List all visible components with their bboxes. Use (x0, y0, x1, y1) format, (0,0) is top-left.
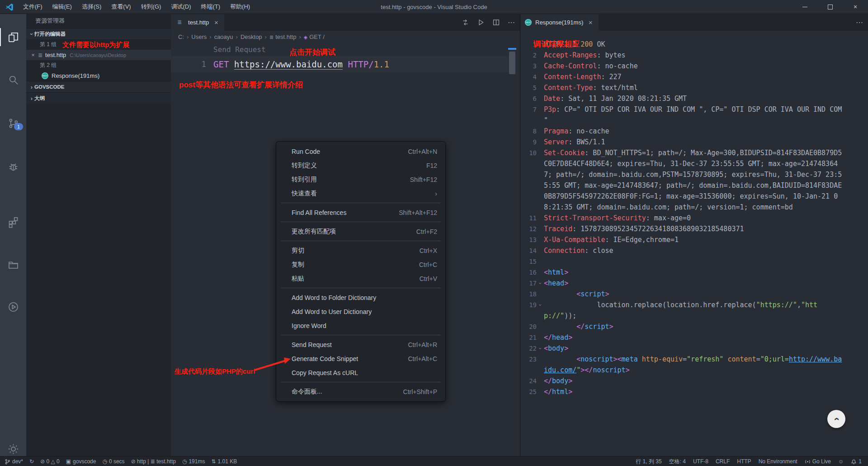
send-request-codelens[interactable]: Send Request (213, 45, 266, 54)
status-item-response-size[interactable]: ⇅1.01 KB (211, 458, 237, 465)
menu-item-copy-request-as-curl[interactable]: Copy Request As cURL (276, 366, 445, 380)
fold-chevron-icon[interactable]: › (537, 278, 544, 289)
line-number: 22 (520, 343, 537, 354)
menu-separator (281, 382, 441, 382)
menubar-item[interactable]: 帮助(H) (225, 0, 255, 14)
status-item-encoding[interactable]: UTF-8 (693, 458, 708, 465)
close-icon[interactable]: × (212, 19, 220, 26)
explorer-icon[interactable] (0, 26, 26, 48)
menubar-item[interactable]: 选择(S) (77, 0, 106, 14)
close-icon[interactable]: × (30, 52, 36, 58)
breadcrumb-separator: › (187, 33, 189, 40)
menu-item-find-all-references[interactable]: Find All ReferencesShift+Alt+F12 (276, 205, 445, 219)
breadcrumb-item[interactable]: caoayu (214, 33, 233, 40)
menu-item-peek[interactable]: 快速查看› (276, 186, 445, 200)
response-line: 9Server: BWS/1.1 (520, 137, 868, 147)
menu-item-send-request[interactable]: Send RequestCtrl+Alt+R (276, 338, 445, 352)
run-code-icon[interactable] (475, 16, 486, 28)
status-item-notifications[interactable]: 1 (851, 458, 862, 465)
open-editors-section[interactable]: › 打开的编辑器 (26, 28, 171, 39)
status-item-duration[interactable]: ◷0 secs (102, 458, 124, 465)
debug-icon[interactable] (0, 156, 26, 177)
breadcrumb-item[interactable]: ◈GET / (304, 33, 325, 40)
code-text: Set-Cookie: BD_NOT_HTTPS=1; path=/; Max-… (544, 147, 842, 158)
menu-item-label: Add Word to Folder Dictionary (292, 294, 437, 301)
menu-item-ignore-word[interactable]: Ignore Word (276, 319, 445, 333)
status-item-response-time[interactable]: ◷191ms (182, 458, 205, 465)
menubar-item[interactable]: 文件(F) (18, 0, 47, 14)
close-button[interactable]: × (843, 0, 868, 14)
menu-item-add-word-user-dictionary[interactable]: Add Word to User Dictionary (276, 304, 445, 319)
code-text: Pragma: no-cache (544, 126, 609, 137)
fold-gutter (537, 332, 544, 343)
code-runner-icon[interactable] (0, 296, 26, 318)
close-icon[interactable]: × (587, 19, 594, 26)
menu-item-paste[interactable]: 粘贴Ctrl+V (276, 271, 445, 285)
menu-separator (281, 222, 441, 222)
status-item-govscode[interactable]: ▣govscode (66, 458, 96, 465)
source-control-icon[interactable]: 1 (0, 112, 26, 134)
search-icon[interactable] (0, 69, 26, 90)
status-item-active-file[interactable]: ⊘ http | ≣ test.http (131, 458, 176, 465)
menu-item-goto-definition[interactable]: 转到定义F12 (276, 158, 445, 172)
menu-item-run-code[interactable]: Run CodeCtrl+Alt+N (276, 144, 445, 158)
fold-chevron-icon[interactable]: › (537, 300, 544, 310)
open-editor-test-http[interactable]: × ≣ test.http C:\Users\caoayu\Desktop (26, 50, 171, 60)
vscode-window: 文件(F)编辑(E)选择(S)查看(V)转到(G)调试(D)终端(T)帮助(H)… (0, 0, 868, 466)
symbol-icon: ◈ (304, 34, 307, 40)
status-item-sync[interactable]: ↻ (29, 458, 34, 465)
more-actions-icon[interactable]: ⋯ (505, 16, 517, 28)
menu-item-change-all-occurrences[interactable]: 更改所有匹配项Ctrl+F2 (276, 224, 445, 238)
tab-test-http[interactable]: ≣ test.http × (171, 14, 224, 31)
more-actions-icon[interactable]: ⋯ (854, 16, 865, 28)
breadcrumb-item[interactable]: Users (191, 33, 207, 40)
open-changes-icon[interactable] (459, 16, 471, 28)
menu-item-copy[interactable]: 复制Ctrl+C (276, 257, 445, 271)
menu-bar: 文件(F)编辑(E)选择(S)查看(V)转到(G)调试(D)终端(T)帮助(H) (18, 0, 255, 14)
menubar-item[interactable]: 编辑(E) (47, 0, 77, 14)
menubar-item[interactable]: 查看(V) (106, 0, 136, 14)
folder-section-govscode[interactable]: › GOVSCODE (26, 81, 171, 92)
status-item-language-mode[interactable]: HTTP (737, 458, 751, 465)
code-token: </ (585, 366, 593, 374)
fold-chevron-icon[interactable]: › (537, 343, 544, 354)
breadcrumb-item[interactable]: Desktop (241, 33, 262, 40)
split-editor-icon[interactable] (490, 16, 502, 28)
menu-item-cut[interactable]: 剪切Ctrl+X (276, 243, 445, 257)
status-item-cursor-position[interactable]: 行 1, 列 35 (636, 458, 661, 466)
response-line: 21</head> (520, 332, 868, 343)
code-token: 0B879D5F545972262E08F0F:FG=1; max-age=31… (544, 192, 838, 200)
project-manager-icon[interactable] (0, 253, 26, 275)
breadcrumb-item[interactable]: C: (178, 33, 184, 40)
scrollbar-thumb[interactable] (509, 52, 515, 74)
menubar-item[interactable]: 转到(G) (136, 0, 166, 14)
open-editor-response[interactable]: REST Response(191ms) (26, 71, 171, 81)
menu-item-command-palette[interactable]: 命令面板...Ctrl+Shift+P (276, 385, 445, 399)
extensions-icon[interactable] (0, 211, 26, 233)
status-item-eol[interactable]: CRLF (716, 458, 730, 465)
response-line: 7; path=/; domain=.baidu.com,PSTM=157873… (520, 169, 868, 180)
code-token: < (576, 290, 580, 298)
menubar-item[interactable]: 调试(D) (166, 0, 196, 14)
menubar-item[interactable]: 终端(T) (196, 0, 225, 14)
breadcrumb-item[interactable]: ≣test.http (269, 33, 296, 40)
scroll-to-top-button[interactable]: › (827, 410, 845, 428)
status-item-problems[interactable]: ⊘ 0 △ 0 (40, 458, 60, 465)
maximize-button[interactable] (817, 0, 843, 14)
menu-item-add-word-folder-dictionary[interactable]: Add Word to Folder Dictionary (276, 290, 445, 304)
status-item-go-live[interactable]: Go Live (805, 458, 831, 465)
menu-item-generate-code-snippet[interactable]: Generate Code SnippetCtrl+Alt+C (276, 352, 445, 366)
status-item-environment[interactable]: No Environment (759, 458, 797, 465)
tab-response[interactable]: REST Response(191ms) × (520, 14, 599, 31)
outline-section[interactable]: › 大纲 (26, 92, 171, 104)
status-item-label: 1 (859, 458, 862, 465)
code-token: Cache-Control (544, 62, 597, 70)
minimize-button[interactable] (792, 0, 817, 14)
response-line: 20 </script> (520, 321, 868, 332)
status-item-indentation[interactable]: 空格: 4 (669, 458, 686, 466)
menu-item-goto-references[interactable]: 转到引用Shift+F12 (276, 172, 445, 186)
editor-split-divider[interactable] (520, 14, 520, 456)
status-item-label: ☺ (838, 458, 844, 465)
status-item-git-branch[interactable]: dev* (5, 458, 23, 465)
status-item-feedback[interactable]: ☺ (838, 458, 844, 465)
